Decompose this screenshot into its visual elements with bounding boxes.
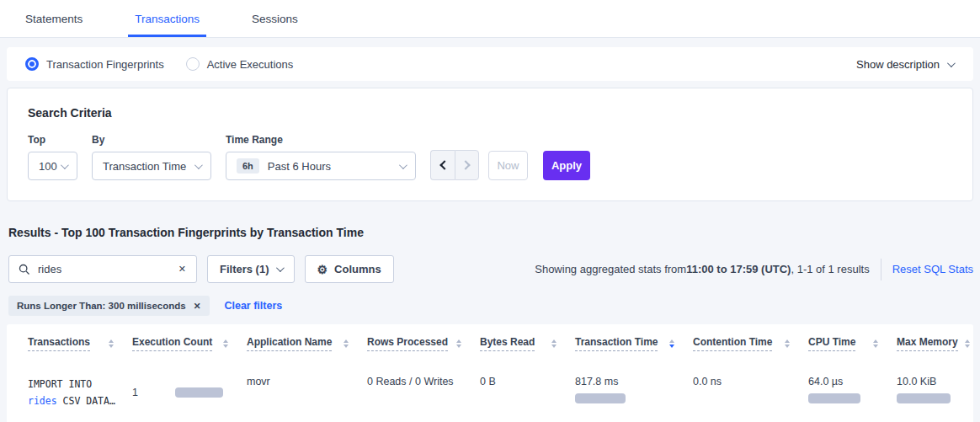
active-filters-row: Runs Longer Than: 300 milliseconds ✕ Cle… [8, 296, 973, 316]
cpu-time-bar [808, 393, 860, 403]
sort-icon [223, 339, 228, 349]
column-header-application-name[interactable]: Application Name [247, 324, 367, 361]
search-input[interactable] [38, 263, 177, 275]
statement-line-2: rides CSV DATA… [28, 393, 114, 409]
execution-count-bar [175, 387, 223, 398]
max-memory-bar [897, 393, 951, 403]
previous-time-window-button[interactable] [430, 150, 455, 180]
radio-selected-icon [25, 57, 39, 71]
results-heading: Results - Top 100 Transaction Fingerprin… [8, 226, 972, 239]
sort-icon [873, 339, 878, 349]
sort-icon-active-desc [669, 339, 674, 349]
by-select[interactable]: Transaction Time [92, 152, 211, 180]
by-select-value: Transaction Time [103, 160, 186, 173]
top-select-value: 100 [39, 160, 57, 173]
rows-processed-cell: 0 Reads / 0 Writes [367, 361, 480, 422]
application-name-cell: movr [247, 361, 367, 422]
time-range-badge: 6h [237, 158, 259, 174]
transaction-fingerprint-link[interactable]: rides [28, 395, 57, 407]
reset-sql-stats-link[interactable]: Reset SQL Stats [892, 263, 973, 275]
column-header-execution-count[interactable]: Execution Count [132, 324, 247, 361]
tab-transactions[interactable]: Transactions [128, 3, 206, 37]
show-description-label: Show description [856, 58, 940, 71]
column-header-cpu-time[interactable]: CPU Time [808, 324, 897, 361]
sort-icon [965, 339, 970, 349]
column-header-contention-time[interactable]: Contention Time [693, 324, 808, 361]
top-select[interactable]: 100 [28, 152, 77, 180]
filter-chip: Runs Longer Than: 300 milliseconds ✕ [8, 296, 210, 316]
chevron-left-icon [439, 160, 449, 169]
aggregated-stats-text: Showing aggregated stats from 11:00 to 1… [535, 259, 973, 280]
columns-button[interactable]: ⚙ Columns [305, 255, 394, 283]
show-description-toggle[interactable]: Show description [856, 58, 953, 71]
stats-range: 11:00 to 17:59 (UTC) [686, 263, 791, 275]
time-range-label: Time Range [226, 134, 416, 146]
search-criteria-card: Search Criteria Top 100 By Transaction T… [7, 88, 973, 201]
sort-icon [785, 339, 790, 349]
sort-icon [109, 339, 114, 349]
transaction-time-cell: 817.8 ms [575, 361, 693, 422]
tab-sessions[interactable]: Sessions [245, 3, 305, 37]
transaction-time-value: 817.8 ms [575, 376, 674, 387]
gear-icon: ⚙ [317, 264, 328, 275]
time-window-nav [430, 150, 479, 180]
column-header-max-memory[interactable]: Max Memory [897, 324, 980, 361]
apply-button[interactable]: Apply [543, 151, 590, 180]
column-header-bytes-read[interactable]: Bytes Read [480, 324, 575, 361]
chevron-down-icon [399, 161, 407, 169]
time-range-field: Time Range 6h Past 6 Hours [226, 134, 416, 180]
remove-filter-icon[interactable]: ✕ [192, 299, 203, 312]
search-icon [19, 264, 30, 275]
column-header-rows-processed[interactable]: Rows Processed [367, 324, 480, 361]
columns-button-label: Columns [334, 263, 381, 275]
sort-icon [456, 339, 461, 349]
time-range-value: Past 6 Hours [268, 160, 331, 173]
radio-label: Active Executions [207, 58, 294, 71]
radio-label: Transaction Fingerprints [46, 58, 164, 71]
radio-unselected-icon [186, 57, 200, 71]
by-field-label: By [92, 134, 211, 146]
time-range-select[interactable]: 6h Past 6 Hours [226, 152, 416, 180]
top-field-label: Top [28, 134, 77, 146]
column-header-transaction-time[interactable]: Transaction Time [575, 324, 693, 361]
top-field: Top 100 [28, 134, 77, 180]
now-button[interactable]: Now [488, 151, 528, 180]
max-memory-cell: 10.0 KiB [897, 361, 969, 422]
tab-statements[interactable]: Statements [19, 3, 89, 37]
statement-line-1: IMPORT INTO [28, 376, 114, 393]
filter-chip-label: Runs Longer Than: 300 milliseconds [17, 301, 186, 311]
transaction-time-bar [575, 393, 626, 403]
cpu-time-cell: 64.0 µs [808, 361, 897, 422]
chevron-down-icon [194, 161, 203, 169]
column-header-transactions[interactable]: Transactions [28, 324, 132, 361]
radio-transaction-fingerprints[interactable]: Transaction Fingerprints [25, 57, 164, 71]
chevron-down-icon [61, 161, 69, 169]
filters-button[interactable]: Filters (1) [207, 255, 295, 283]
contention-time-cell: 0.0 ns [693, 361, 808, 422]
next-time-window-button[interactable] [455, 150, 479, 180]
table-row: IMPORT INTO rides CSV DATA… 1 movr 0 Rea… [28, 361, 956, 422]
max-memory-value: 10.0 KiB [897, 376, 951, 387]
chevron-down-icon [947, 59, 956, 67]
results-toolbar: ✕ Filters (1) ⚙ Columns Showing aggregat… [8, 255, 973, 283]
radio-active-executions[interactable]: Active Executions [186, 57, 294, 71]
clear-filters-link[interactable]: Clear filters [224, 300, 282, 312]
view-toggle-band: Transaction Fingerprints Active Executio… [7, 47, 973, 81]
chevron-right-icon [461, 160, 470, 169]
sort-icon [344, 339, 349, 349]
bytes-read-cell: 0 B [480, 361, 575, 422]
results-table: Transactions Execution Count Application… [7, 324, 973, 422]
stats-suffix: , 1-1 of 1 results [791, 263, 869, 275]
by-field: By Transaction Time [92, 134, 211, 180]
execution-count-value: 1 [132, 387, 138, 398]
page-tabs: Statements Transactions Sessions [0, 0, 980, 38]
cpu-time-value: 64.0 µs [808, 376, 878, 387]
chevron-down-icon [275, 264, 284, 272]
execution-count-cell: 1 [132, 361, 247, 422]
table-header-row: Transactions Execution Count Application… [28, 324, 956, 361]
clear-search-icon[interactable]: ✕ [177, 262, 188, 276]
search-criteria-title: Search Criteria [28, 106, 952, 120]
statement-line-2-rest: CSV DATA… [57, 395, 115, 407]
search-box: ✕ [8, 255, 197, 283]
stats-prefix: Showing aggregated stats from [535, 263, 686, 275]
